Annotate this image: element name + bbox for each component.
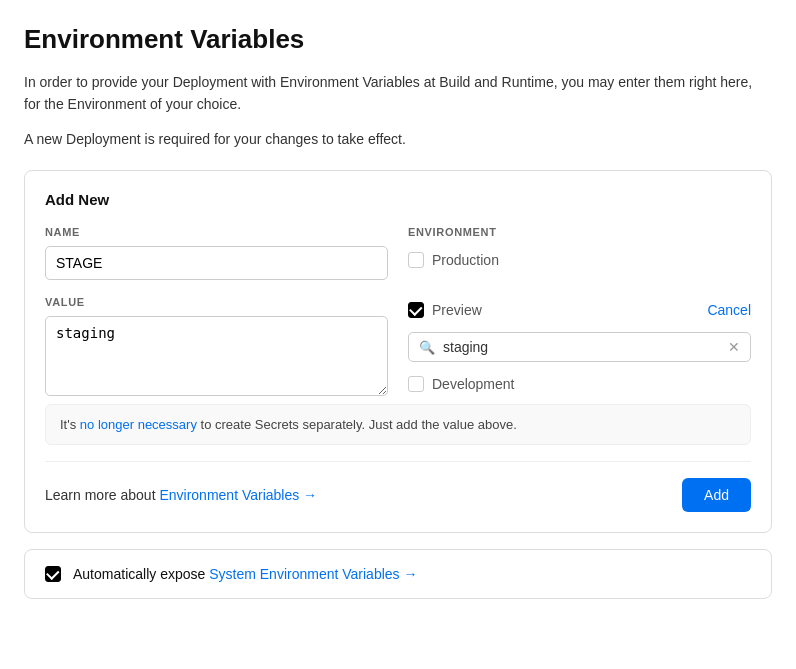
environment-label: ENVIRONMENT (408, 226, 751, 238)
preview-checkbox[interactable] (408, 302, 424, 318)
auto-expose-card: Automatically expose System Environment … (24, 549, 772, 599)
add-new-card: Add New NAME ENVIRONMENT Production VALU… (24, 170, 772, 533)
cancel-button[interactable]: Cancel (707, 302, 751, 318)
info-text-before: It's (60, 417, 76, 432)
preview-dev-section: Preview Cancel 🔍 ✕ Development (408, 296, 751, 400)
env-variables-link[interactable]: Environment Variables → (159, 487, 317, 503)
card-footer: Learn more about Environment Variables →… (45, 461, 751, 512)
auto-expose-text: Automatically expose System Environment … (73, 566, 417, 582)
production-checkbox[interactable] (408, 252, 424, 268)
preview-label: Preview (432, 302, 482, 318)
name-field-group: NAME (45, 226, 388, 280)
learn-more-prefix: Learn more about (45, 487, 156, 503)
preview-checkbox-row: Preview Cancel (408, 296, 751, 324)
add-new-title: Add New (45, 191, 751, 208)
production-label: Production (432, 252, 499, 268)
info-text-after: to create Secrets separately. Just add t… (201, 417, 517, 432)
development-checkbox[interactable] (408, 376, 424, 392)
production-checkbox-row: Production (408, 246, 751, 274)
page-title: Environment Variables (24, 24, 772, 55)
preview-checkbox-inner: Preview (408, 302, 482, 318)
no-longer-necessary-link[interactable]: no longer necessary (80, 417, 197, 432)
system-env-link[interactable]: System Environment Variables → (209, 566, 417, 582)
name-input[interactable] (45, 246, 388, 280)
env-search-input[interactable] (443, 339, 720, 355)
info-box: It's no longer necessary to create Secre… (45, 404, 751, 445)
learn-more-text: Learn more about Environment Variables → (45, 487, 317, 503)
description-2: A new Deployment is required for your ch… (24, 128, 772, 150)
description-1: In order to provide your Deployment with… (24, 71, 772, 116)
value-input[interactable]: staging (45, 316, 388, 396)
clear-search-icon[interactable]: ✕ (728, 339, 740, 355)
environment-section: ENVIRONMENT Production (408, 226, 751, 280)
auto-expose-checkbox[interactable] (45, 566, 61, 582)
development-label: Development (432, 376, 515, 392)
development-checkbox-row: Development (408, 370, 751, 398)
value-label: VALUE (45, 296, 388, 308)
add-button[interactable]: Add (682, 478, 751, 512)
auto-expose-prefix: Automatically expose (73, 566, 205, 582)
value-field-group: VALUE staging (45, 296, 388, 400)
name-label: NAME (45, 226, 388, 238)
env-search-box[interactable]: 🔍 ✕ (408, 332, 751, 362)
search-icon: 🔍 (419, 340, 435, 355)
